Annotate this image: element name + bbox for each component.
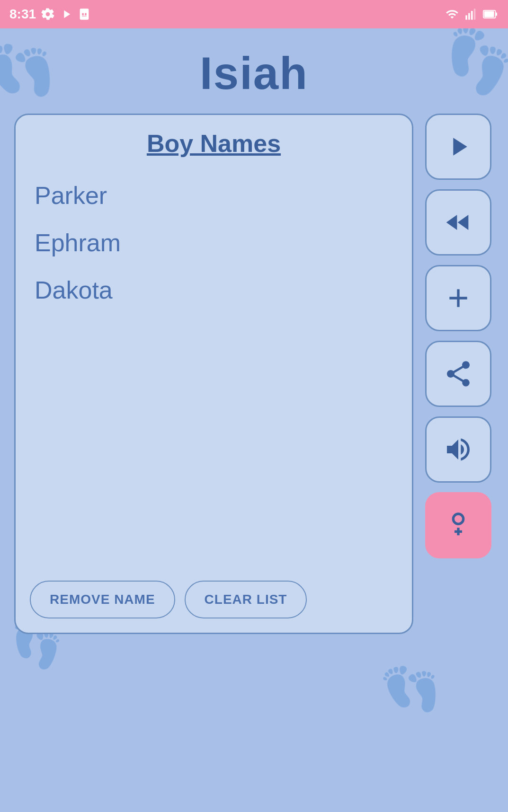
share-button[interactable] [425, 341, 491, 407]
status-bar: 8:31 [0, 0, 508, 28]
status-time: 8:31 [9, 7, 36, 22]
svg-rect-3 [82, 16, 86, 17]
svg-rect-0 [80, 9, 89, 19]
svg-rect-10 [484, 11, 494, 18]
svg-rect-4 [465, 15, 467, 19]
battery-icon [482, 8, 499, 21]
panel-title: Boy Names [35, 129, 393, 158]
svg-rect-5 [468, 13, 470, 20]
rewind-icon [443, 207, 473, 238]
clear-list-button[interactable]: CLEAR LIST [185, 581, 307, 618]
svg-rect-2 [85, 13, 87, 16]
status-right [445, 8, 499, 21]
sim-icon [78, 8, 91, 21]
female-icon [443, 510, 473, 540]
names-panel: Boy Names Parker Ephram Dakota REMOVE NA… [14, 114, 413, 634]
rewind-button[interactable] [425, 189, 491, 256]
play-icon [443, 132, 473, 162]
gender-button[interactable] [425, 492, 491, 558]
add-button[interactable] [425, 265, 491, 331]
sound-button[interactable] [425, 416, 491, 483]
sound-icon [443, 434, 473, 465]
list-item[interactable]: Parker [35, 172, 393, 219]
main-content: Isiah Boy Names Parker Ephram Dakota REM… [0, 28, 508, 812]
status-left: 8:31 [9, 7, 91, 22]
share-icon [443, 359, 473, 389]
list-item[interactable]: Ephram [35, 219, 393, 266]
plus-icon [443, 283, 473, 313]
svg-rect-1 [82, 13, 84, 16]
wifi-icon [445, 8, 460, 21]
sidebar-buttons [423, 114, 494, 558]
panel-buttons: REMOVE NAME CLEAR LIST [30, 581, 398, 618]
list-item[interactable]: Dakota [35, 266, 393, 314]
svg-rect-6 [471, 11, 473, 20]
remove-name-button[interactable]: REMOVE NAME [30, 581, 175, 618]
play-status-icon [60, 8, 73, 21]
play-button[interactable] [425, 114, 491, 180]
middle-section: Boy Names Parker Ephram Dakota REMOVE NA… [0, 114, 508, 634]
app-title: Isiah [200, 47, 308, 99]
svg-rect-9 [496, 13, 498, 16]
settings-icon [41, 7, 55, 21]
signal-icon [464, 8, 478, 21]
svg-rect-7 [474, 9, 476, 19]
